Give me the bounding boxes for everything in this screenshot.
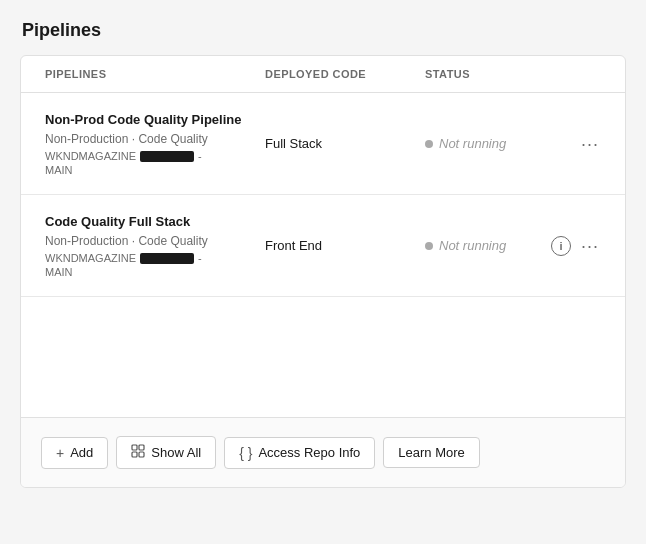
pipeline-name-1: Non-Prod Code Quality Pipeline: [45, 111, 265, 129]
show-all-label: Show All: [151, 445, 201, 460]
pipeline-name-2: Code Quality Full Stack: [45, 213, 265, 231]
svg-rect-2: [132, 452, 137, 457]
pipeline-main-1: MAIN: [45, 164, 265, 176]
svg-rect-3: [139, 452, 144, 457]
col-pipelines: PIPELINES: [45, 68, 265, 80]
pipeline-row-1: Non-Prod Code Quality Pipeline Non-Produ…: [21, 93, 625, 195]
actions-col-1: ···: [579, 135, 601, 153]
col-deployed: DEPLOYED CODE: [265, 68, 425, 80]
branch-redacted-1: [140, 151, 194, 162]
pipeline-branch-1: WKNDMAGAZINE-: [45, 150, 265, 162]
pipeline-info-2: Code Quality Full Stack Non-Production ·…: [45, 213, 265, 278]
add-button[interactable]: + Add: [41, 437, 108, 469]
learn-more-label: Learn More: [398, 445, 464, 460]
page-title: Pipelines: [20, 20, 626, 41]
status-dot-1: [425, 140, 433, 148]
access-repo-label: Access Repo Info: [258, 445, 360, 460]
branch-sep-2: -: [198, 252, 202, 264]
add-label: Add: [70, 445, 93, 460]
more-button-2[interactable]: ···: [579, 237, 601, 255]
pipeline-info-1: Non-Prod Code Quality Pipeline Non-Produ…: [45, 111, 265, 176]
add-icon: +: [56, 445, 64, 461]
empty-space: [21, 297, 625, 417]
col-status: STATUS: [425, 68, 601, 80]
branch-redacted-2: [140, 253, 194, 264]
pipeline-row-2: Code Quality Full Stack Non-Production ·…: [21, 195, 625, 297]
pipeline-org-1: WKNDMAGAZINE: [45, 150, 136, 162]
show-all-button[interactable]: Show All: [116, 436, 216, 469]
page-wrapper: Pipelines PIPELINES DEPLOYED CODE STATUS…: [20, 20, 626, 488]
svg-rect-1: [139, 445, 144, 450]
pipeline-main-2: MAIN: [45, 266, 265, 278]
more-button-1[interactable]: ···: [579, 135, 601, 153]
show-all-icon: [131, 444, 145, 461]
footer: + Add Show All { } Access Repo Info: [21, 417, 625, 487]
access-repo-button[interactable]: { } Access Repo Info: [224, 437, 375, 469]
actions-col-2: i ···: [551, 236, 601, 256]
pipeline-type-1: Non-Production · Code Quality: [45, 132, 265, 146]
status-dot-2: [425, 242, 433, 250]
deployed-code-2: Front End: [265, 238, 425, 253]
access-repo-icon: { }: [239, 445, 252, 461]
status-col-1: Not running: [425, 136, 579, 151]
info-button-2[interactable]: i: [551, 236, 571, 256]
status-text-1: Not running: [439, 136, 506, 151]
learn-more-button[interactable]: Learn More: [383, 437, 479, 468]
table-header: PIPELINES DEPLOYED CODE STATUS: [21, 56, 625, 93]
pipeline-branch-2: WKNDMAGAZINE-: [45, 252, 265, 264]
pipeline-type-2: Non-Production · Code Quality: [45, 234, 265, 248]
svg-rect-0: [132, 445, 137, 450]
branch-sep-1: -: [198, 150, 202, 162]
status-text-2: Not running: [439, 238, 506, 253]
deployed-code-1: Full Stack: [265, 136, 425, 151]
status-col-2: Not running: [425, 238, 551, 253]
pipelines-card: PIPELINES DEPLOYED CODE STATUS Non-Prod …: [20, 55, 626, 488]
pipeline-org-2: WKNDMAGAZINE: [45, 252, 136, 264]
